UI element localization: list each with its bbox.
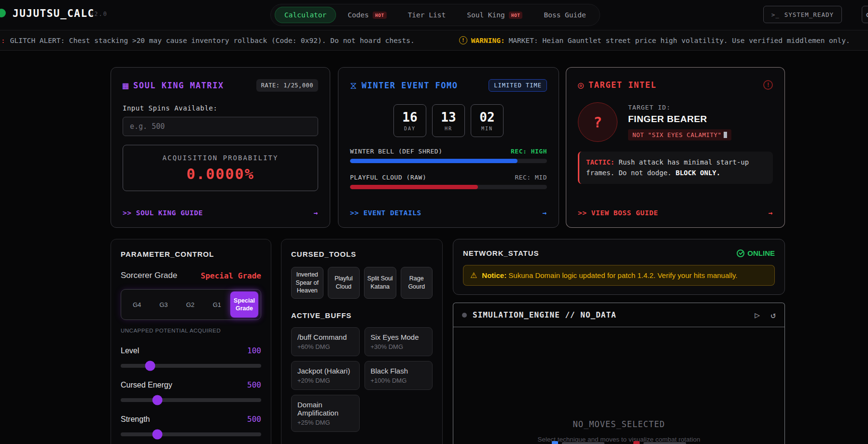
tactic-note: TACTIC: Rush attack has minimal start-up… — [578, 152, 773, 184]
alert-ticker: : GLITCH ALERT: Chest stacking >20 may c… — [0, 30, 868, 51]
bar-label: WINTER BELL (DEF SHRED) — [350, 148, 443, 155]
active-buffs-title: ACTIVE_BUFFS — [291, 311, 433, 319]
app-header: JUJUTSU_CALC v2.0 Calculator CodesHOT Ti… — [0, 0, 868, 30]
patch-notice: ⚠ Notice: Sukuna Domain logic updated fo… — [463, 265, 775, 286]
legend-blue-swatch — [552, 441, 558, 444]
countdown-days: 16 DAY — [393, 104, 426, 137]
nav-tab-soul-king[interactable]: Soul KingHOT — [457, 7, 532, 23]
tool-playful-cloud[interactable]: Playful Cloud — [328, 267, 360, 299]
online-status: ONLINE — [737, 249, 775, 257]
terminal-prompt-icon: >_ — [771, 11, 780, 18]
strength-slider[interactable] — [121, 432, 261, 436]
bar-label: PLAYFUL CLOUD (RAW) — [350, 174, 426, 181]
spins-input-label: Input Spins Available: — [123, 104, 318, 112]
tool-split-soul-katana[interactable]: Split Soul Katana — [364, 267, 396, 299]
grade-option-g3[interactable]: G3 — [150, 301, 177, 308]
slider-thumb[interactable] — [152, 395, 162, 405]
probability-value: 0.0000% — [186, 166, 254, 182]
level-slider[interactable] — [121, 364, 261, 368]
glitch-alert-text: GLITCH ALERT: Chest stacking >20 may cau… — [10, 37, 415, 44]
target-name: FINGER BEARER — [628, 114, 731, 125]
network-status-card: NETWORK_STATUS ONLINE ⚠ Notice: Sukuna D… — [453, 239, 785, 295]
target-id-label: TARGET ID: — [628, 104, 731, 111]
soul-king-matrix-card: ▦ SOUL KING MATRIX RATE: 1/25,000 Input … — [111, 67, 330, 228]
spins-input[interactable] — [123, 117, 318, 136]
bar-rec: REC: HIGH — [511, 148, 547, 155]
probability-result-box: ACQUISITION PROBABILITY 0.0000% — [123, 145, 318, 191]
warning-circle-icon: ! — [459, 36, 467, 44]
panel-title: CURSED_TOOLS — [291, 250, 433, 258]
panel-title: PARAMETER_CONTROL — [121, 250, 261, 258]
card-title: TARGET INTEL — [588, 80, 657, 90]
playful-cloud-progress — [350, 185, 547, 189]
main-nav: Calculator CodesHOT Tier List Soul KingH… — [270, 4, 600, 26]
winter-bell-progress — [350, 159, 547, 163]
tool-inverted-spear[interactable]: Inverted Spear of Heaven — [291, 267, 323, 299]
slider-thumb[interactable] — [152, 430, 162, 440]
check-circle-icon — [737, 250, 744, 257]
bullseye-icon: ◎ — [578, 79, 584, 91]
uncapped-caption: UNCAPPED POTENTIAL ACQUIRED — [121, 328, 261, 333]
grade-option-g1[interactable]: G1 — [204, 301, 230, 308]
grade-option-special-active[interactable]: Special Grade — [230, 291, 258, 318]
nav-tab-codes[interactable]: CodesHOT — [338, 7, 396, 23]
buff-six-eyes[interactable]: Six Eyes Mode +30% DMG — [364, 327, 433, 356]
limited-time-badge: LIMITED TIME — [489, 79, 547, 92]
reset-icon[interactable]: ↺ — [770, 310, 776, 320]
bar-rec: REC: MID — [515, 174, 547, 181]
buffs-grid: /buff Command +60% DMG Six Eyes Mode +30… — [291, 327, 433, 432]
level-slider-group: Level 100 — [121, 346, 261, 368]
hourglass-icon: ⧖ — [350, 80, 357, 91]
legend-red-swatch — [633, 441, 640, 444]
hot-badge: HOT — [373, 12, 387, 19]
settings-button-cutoff[interactable]: ⚙ — [862, 6, 868, 23]
status-dot-icon — [0, 9, 6, 17]
grade-option-g2[interactable]: G2 — [177, 301, 204, 308]
system-ready-button[interactable]: >_ SYSTEM_READY — [763, 6, 842, 23]
cursed-energy-slider-group: Cursed Energy 500 — [121, 380, 261, 402]
sim-legend-cutoff — [453, 441, 784, 444]
target-avatar: ? — [578, 102, 617, 142]
buff-black-flash[interactable]: Black Flash +100% DMG — [364, 361, 433, 390]
event-details-link[interactable]: >> EVENT DETAILS → — [350, 209, 547, 217]
tools-row: Inverted Spear of Heaven Playful Cloud S… — [291, 267, 433, 299]
sorcerer-grade-value: Special Grade — [201, 271, 261, 280]
boss-guide-link[interactable]: >> VIEW BOSS GUIDE → — [578, 209, 773, 217]
buff-domain-amplification[interactable]: Domain Amplification +25% DMG — [291, 395, 360, 432]
warning-label: WARNING: — [471, 37, 505, 44]
tool-rage-gourd[interactable]: Rage Gourd — [401, 267, 433, 299]
play-icon[interactable]: ▷ — [755, 310, 760, 320]
alert-circle-icon: ! — [763, 80, 773, 90]
buff-jackpot[interactable]: Jackpot (Hakari) +20% DMG — [291, 361, 360, 390]
probability-caption: ACQUISITION PROBABILITY — [163, 154, 279, 162]
arrow-right-icon: → — [769, 209, 773, 217]
simulation-engine-panel: SIMULATION_ENGINE // NO_DATA ▷ ↺ NO_MOVE… — [453, 303, 785, 444]
buff-command[interactable]: /buff Command +60% DMG — [291, 327, 360, 356]
empty-state-title: NO_MOVES_SELECTED — [573, 419, 665, 429]
grade-option-g4[interactable]: G4 — [124, 301, 150, 308]
nav-tab-boss-guide[interactable]: Boss Guide — [534, 7, 595, 23]
panel-title: NETWORK_STATUS — [463, 249, 539, 257]
arrow-right-icon: → — [543, 209, 547, 217]
grade-segmented-control: G4 G3 G2 G1 Special Grade — [121, 289, 261, 320]
countdown: 16 DAY 13 HR 02 MIN — [350, 104, 547, 137]
nav-tab-calculator[interactable]: Calculator — [275, 7, 336, 23]
target-alias-pill: NOT "SIX EYES CALAMITY" — [628, 129, 731, 140]
ticker-fragment: : — [1, 37, 5, 44]
soul-king-guide-link[interactable]: >> SOUL KING GUIDE → — [123, 209, 318, 217]
slider-thumb[interactable] — [145, 361, 155, 371]
rate-badge: RATE: 1/25,000 — [256, 79, 318, 92]
gear-icon: ⚙ — [866, 10, 868, 19]
hot-badge: HOT — [509, 12, 523, 19]
cursed-energy-slider[interactable] — [121, 398, 261, 402]
calculator-icon: ▦ — [123, 80, 128, 91]
text-cursor — [724, 132, 727, 138]
winter-event-card: ⧖ WINTER EVENT FOMO LIMITED TIME 16 DAY … — [338, 67, 559, 228]
cursed-tools-card: CURSED_TOOLS Inverted Spear of Heaven Pl… — [281, 239, 443, 444]
parameter-control-card: PARAMETER_CONTROL Sorcerer Grade Special… — [111, 239, 271, 444]
sorcerer-grade-label: Sorcerer Grade — [121, 271, 177, 280]
warning-triangle-icon: ⚠ — [470, 271, 477, 280]
nav-tab-tier-list[interactable]: Tier List — [398, 7, 456, 23]
countdown-hours: 13 HR — [432, 104, 465, 137]
arrow-right-icon: → — [314, 209, 318, 217]
